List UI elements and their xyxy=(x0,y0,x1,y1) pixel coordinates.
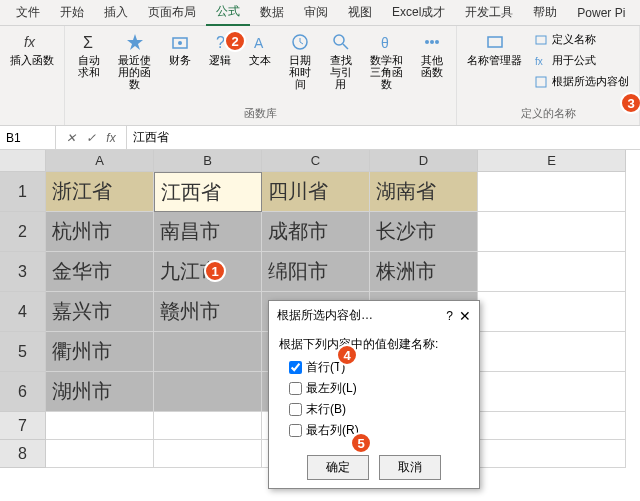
row-header-1[interactable]: 1 xyxy=(0,172,46,212)
dialog-close-icon[interactable]: ✕ xyxy=(459,308,471,324)
row-header-7[interactable]: 7 xyxy=(0,412,46,440)
tab-dev[interactable]: 开发工具 xyxy=(455,0,523,25)
dialog-help-icon[interactable]: ? xyxy=(446,309,453,323)
cell-b8[interactable] xyxy=(154,440,262,468)
tab-data[interactable]: 数据 xyxy=(250,0,294,25)
col-header-b[interactable]: B xyxy=(154,150,262,172)
cell-d2[interactable]: 长沙市 xyxy=(370,212,478,252)
cell-d1[interactable]: 湖南省 xyxy=(370,172,478,212)
row-header-8[interactable]: 8 xyxy=(0,440,46,468)
cell-e8[interactable] xyxy=(478,440,626,468)
name-box[interactable]: B1 xyxy=(0,126,56,149)
cell-e3[interactable] xyxy=(478,252,626,292)
use-in-formula-button[interactable]: fx用于公式 xyxy=(530,51,633,70)
tab-home[interactable]: 开始 xyxy=(50,0,94,25)
cell-a1[interactable]: 浙江省 xyxy=(46,172,154,212)
tab-formulas[interactable]: 公式 xyxy=(206,0,250,26)
tab-view[interactable]: 视图 xyxy=(338,0,382,25)
cell-a5[interactable]: 衢州市 xyxy=(46,332,154,372)
recent-label: 最近使用的函数 xyxy=(115,54,154,90)
name-manager-label: 名称管理器 xyxy=(467,54,522,66)
row-header-5[interactable]: 5 xyxy=(0,332,46,372)
cell-e2[interactable] xyxy=(478,212,626,252)
tab-powerpi[interactable]: Power Pi xyxy=(567,2,635,24)
cell-e5[interactable] xyxy=(478,332,626,372)
dialog-label: 根据下列内容中的值创建名称: xyxy=(279,336,469,353)
cell-b7[interactable] xyxy=(154,412,262,440)
annotation-badge-5: 5 xyxy=(350,432,372,454)
datetime-button[interactable]: 日期和时间 xyxy=(282,30,318,92)
cancel-formula-icon[interactable]: ✕ xyxy=(64,131,78,145)
cell-c2[interactable]: 成都市 xyxy=(262,212,370,252)
fx-formula-icon[interactable]: fx xyxy=(104,131,118,145)
tab-insert[interactable]: 插入 xyxy=(94,0,138,25)
svg-text:Σ: Σ xyxy=(83,34,93,51)
text-icon: A xyxy=(250,32,270,52)
text-button[interactable]: A文本 xyxy=(242,30,278,68)
ok-button[interactable]: 确定 xyxy=(307,455,369,480)
svg-point-12 xyxy=(430,40,434,44)
cell-e7[interactable] xyxy=(478,412,626,440)
define-name-button[interactable]: 定义名称 xyxy=(530,30,633,49)
checkbox-left-col[interactable] xyxy=(289,382,302,395)
create-names-dialog: 根据所选内容创… ? ✕ 根据下列内容中的值创建名称: 首行(T) 最左列(L)… xyxy=(268,300,480,489)
checkbox-bottom-row[interactable] xyxy=(289,403,302,416)
row-header-3[interactable]: 3 xyxy=(0,252,46,292)
math-button[interactable]: θ数学和三角函数 xyxy=(363,30,410,92)
cell-a8[interactable] xyxy=(46,440,154,468)
name-manager-button[interactable]: 名称管理器 xyxy=(463,30,526,68)
cell-b2[interactable]: 南昌市 xyxy=(154,212,262,252)
svg-point-8 xyxy=(334,35,344,45)
formula-input[interactable]: 江西省 xyxy=(127,129,640,146)
cell-d3[interactable]: 株洲市 xyxy=(370,252,478,292)
row-header-6[interactable]: 6 xyxy=(0,372,46,412)
search-icon xyxy=(331,32,351,52)
accept-formula-icon[interactable]: ✓ xyxy=(84,131,98,145)
col-header-d[interactable]: D xyxy=(370,150,478,172)
other-button[interactable]: 其他函数 xyxy=(414,30,450,80)
cell-c1[interactable]: 四川省 xyxy=(262,172,370,212)
cell-e6[interactable] xyxy=(478,372,626,412)
cell-b5[interactable] xyxy=(154,332,262,372)
autosum-button[interactable]: Σ自动求和 xyxy=(71,30,107,80)
row-header-2[interactable]: 2 xyxy=(0,212,46,252)
cell-b1[interactable]: 江西省 xyxy=(154,172,262,212)
checkbox-top-row[interactable] xyxy=(289,361,302,374)
tab-file[interactable]: 文件 xyxy=(6,0,50,25)
cell-a2[interactable]: 杭州市 xyxy=(46,212,154,252)
option-left-col[interactable]: 最左列(L) xyxy=(289,380,469,397)
cell-b6[interactable] xyxy=(154,372,262,412)
tab-review[interactable]: 审阅 xyxy=(294,0,338,25)
clock-icon xyxy=(290,32,310,52)
ribbon-tabs: 文件 开始 插入 页面布局 公式 数据 审阅 视图 Excel成才 开发工具 帮… xyxy=(0,0,640,26)
insert-function-button[interactable]: fx 插入函数 xyxy=(6,30,58,68)
tab-excel[interactable]: Excel成才 xyxy=(382,0,455,25)
row-header-4[interactable]: 4 xyxy=(0,292,46,332)
cell-e4[interactable] xyxy=(478,292,626,332)
checkbox-right-col[interactable] xyxy=(289,424,302,437)
option-bottom-row[interactable]: 末行(B) xyxy=(289,401,469,418)
cell-a3[interactable]: 金华市 xyxy=(46,252,154,292)
svg-marker-2 xyxy=(127,34,143,50)
cell-a7[interactable] xyxy=(46,412,154,440)
lookup-button[interactable]: 查找与引用 xyxy=(323,30,359,92)
select-all-corner[interactable] xyxy=(0,150,46,172)
annotation-badge-1: 1 xyxy=(204,260,226,282)
cell-c3[interactable]: 绵阳市 xyxy=(262,252,370,292)
cell-a4[interactable]: 嘉兴市 xyxy=(46,292,154,332)
tab-layout[interactable]: 页面布局 xyxy=(138,0,206,25)
col-header-c[interactable]: C xyxy=(262,150,370,172)
cell-b4[interactable]: 赣州市 xyxy=(154,292,262,332)
tab-help[interactable]: 帮助 xyxy=(523,0,567,25)
col-header-e[interactable]: E xyxy=(478,150,626,172)
financial-button[interactable]: 财务 xyxy=(162,30,198,68)
create-from-selection-button[interactable]: 根据所选内容创 xyxy=(530,72,633,91)
col-header-a[interactable]: A xyxy=(46,150,154,172)
cell-e1[interactable] xyxy=(478,172,626,212)
cell-a6[interactable]: 湖州市 xyxy=(46,372,154,412)
formula-bar: B1 ✕ ✓ fx 江西省 xyxy=(0,126,640,150)
option-top-row[interactable]: 首行(T) xyxy=(289,359,469,376)
cancel-button[interactable]: 取消 xyxy=(379,455,441,480)
option-right-col[interactable]: 最右列(R) xyxy=(289,422,469,439)
recent-button[interactable]: 最近使用的函数 xyxy=(111,30,158,92)
